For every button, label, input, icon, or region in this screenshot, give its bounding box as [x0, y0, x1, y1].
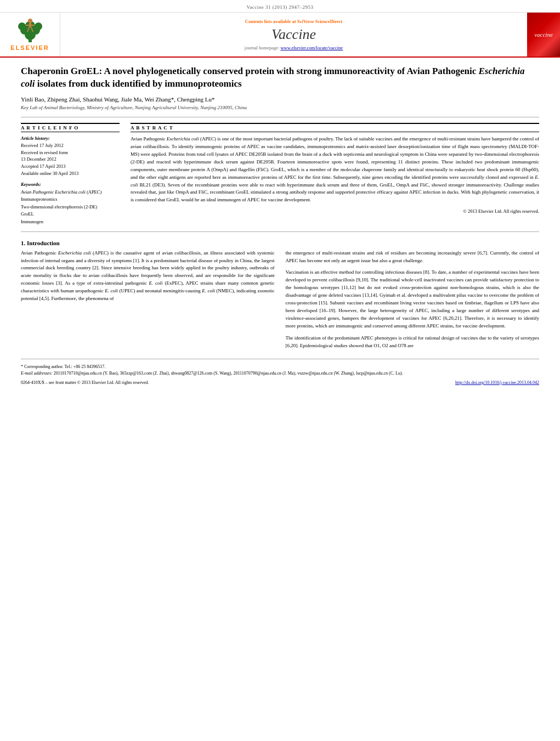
journal-header: Vaccine 31 (2013) 2947–2953 ELSEVIER	[0, 0, 560, 58]
article-info-col: A R T I C L E I N F O Article history: R…	[21, 123, 120, 226]
journal-center: Contents lists available at SciVerse Sci…	[60, 13, 527, 56]
journal-banner: ELSEVIER Contents lists available at Sci…	[0, 12, 560, 56]
divider	[21, 117, 539, 117]
article-info-heading: A R T I C L E I N F O	[21, 123, 120, 132]
intro-para4: The identification of the predominant AP…	[286, 335, 540, 350]
intro-heading: 1. Introduction	[21, 240, 539, 246]
sciverse-link: Contents lists available at SciVerse Sci…	[245, 19, 342, 24]
article-info-abstract: A R T I C L E I N F O Article history: R…	[21, 123, 539, 226]
article-footer: * Corresponding author. Tel.: +86 25 843…	[21, 359, 539, 385]
svg-point-7	[28, 19, 32, 23]
history-label: Article history:	[21, 135, 120, 141]
doi-link[interactable]: http://dx.doi.org/10.1016/j.vaccine.2013…	[455, 380, 539, 385]
affiliation: Key Lab of Animal Bacteriology, Ministry…	[21, 105, 539, 110]
intro-para1: Avian Pathogenic Escherichia coli (APEC)…	[21, 250, 275, 303]
article-title: Chaperonin GroEL: A novel phylogenetical…	[21, 65, 539, 90]
journal-cover-image: vaccine	[527, 13, 560, 56]
keyword-2: Immunoproteomics	[21, 196, 120, 203]
article-container: Chaperonin GroEL: A novel phylogenetical…	[0, 58, 560, 393]
keyword-4: GroEL	[21, 211, 120, 218]
accepted-date: Accepted 17 April 2013	[21, 163, 120, 170]
abstract-col: A B S T R A C T Avian Pathogenic Escheri…	[131, 123, 539, 226]
revised-date: 13 December 2012	[21, 156, 120, 163]
homepage-link[interactable]: www.elsevier.com/locate/vaccine	[280, 45, 343, 50]
keyword-3: Two-dimensional electrophoresis (2-DE)	[21, 203, 120, 211]
intro-para2: the emergence of multi-resistant strains…	[286, 250, 540, 265]
received-date: Received 17 July 2012	[21, 142, 120, 149]
footnote-emails: E-mail addresses: 20110170710@njau.edu.c…	[21, 370, 539, 377]
available-date: Available online 30 April 2013	[21, 170, 120, 177]
elsevier-logo: ELSEVIER	[0, 13, 60, 56]
copyright: © 2013 Elsevier Ltd. All rights reserved…	[131, 208, 539, 214]
footnote-corresponding: * Corresponding author. Tel.: +86 25 843…	[21, 364, 539, 370]
volume-info: Vaccine 31 (2013) 2947–2953	[0, 3, 560, 12]
intro-section: 1. Introduction Avian Pathogenic Escheri…	[21, 240, 539, 350]
elsevier-tree-icon	[14, 18, 47, 43]
body-divider	[21, 231, 539, 232]
elsevier-label: ELSEVIER	[10, 44, 49, 51]
sciverse-label[interactable]: SciVerse ScienceDirect	[297, 19, 342, 24]
svg-point-6	[35, 22, 42, 30]
keyword-1: Avian Pathogenic Escherichia coli (APEC)	[21, 189, 120, 196]
abstract-body: Avian Pathogenic Escherichia coli (APEC)…	[131, 135, 539, 204]
footer-bottom: 0264-410X/$ – see front matter © 2013 El…	[21, 380, 539, 385]
keywords-heading: Keywords:	[21, 182, 120, 187]
intro-para3: Vaccination is an effective method for c…	[286, 269, 540, 330]
journal-title: Vaccine	[271, 26, 316, 43]
intro-col2: the emergence of multi-resistant strains…	[286, 250, 540, 350]
revised-label: Received in revised form	[21, 149, 120, 156]
keyword-5: Immunogen	[21, 218, 120, 226]
authors: Yinli Bao, Zhipeng Zhai, Shaohui Wang, J…	[21, 96, 539, 103]
svg-point-5	[18, 22, 26, 30]
intro-col1: Avian Pathogenic Escherichia coli (APEC)…	[21, 250, 275, 350]
journal-homepage: journal homepage: www.elsevier.com/locat…	[245, 45, 343, 50]
issn-text: 0264-410X/$ – see front matter © 2013 El…	[21, 380, 149, 385]
intro-two-col: Avian Pathogenic Escherichia coli (APEC)…	[21, 250, 539, 350]
abstract-heading: A B S T R A C T	[131, 123, 539, 132]
